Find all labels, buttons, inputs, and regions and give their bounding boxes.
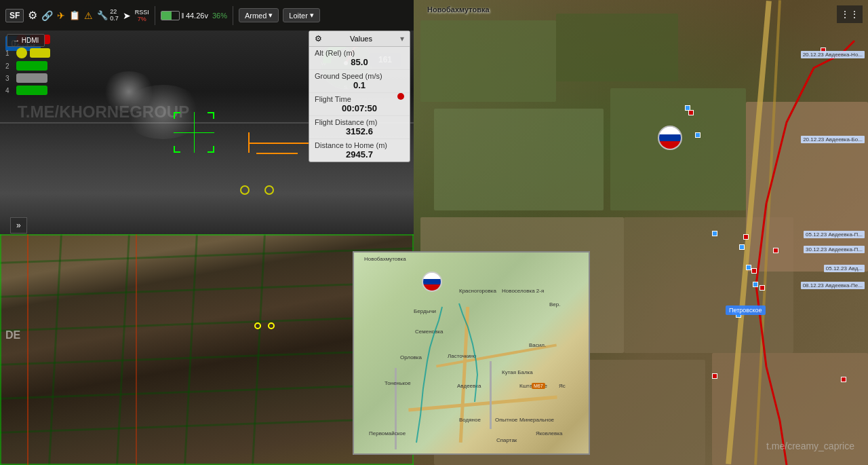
field-line-v3 bbox=[184, 234, 198, 465]
map-label-mineralnoe: Минеральное bbox=[519, 417, 554, 423]
field-4 bbox=[610, 88, 746, 210]
armed-chevron: ▾ bbox=[269, 11, 273, 20]
red-marker-2 bbox=[688, 110, 694, 115]
red-marker-8 bbox=[841, 377, 846, 382]
ind-num-3: 3 bbox=[5, 75, 14, 82]
crosshair-tr bbox=[208, 112, 214, 119]
connect-icon-area[interactable]: 🔗 bbox=[41, 10, 53, 21]
armed-button[interactable]: Armed ▾ bbox=[239, 8, 279, 22]
red-marker-5 bbox=[751, 268, 757, 274]
loiter-chevron: ▾ bbox=[310, 11, 314, 20]
ind-num-1: 1 bbox=[5, 50, 14, 57]
values-row-4: Distance to Home (m) 2945.7 bbox=[309, 139, 410, 162]
checklist-icon-area[interactable]: 📋 bbox=[69, 10, 80, 20]
target-line-h1 bbox=[248, 143, 311, 144]
wrench-value: 220.7 bbox=[110, 9, 119, 22]
sf-label[interactable]: SF bbox=[5, 9, 24, 22]
mini-road-gray2 bbox=[490, 361, 492, 429]
blue-marker-6 bbox=[753, 282, 758, 287]
map-label-ver: Вер. bbox=[549, 301, 560, 308]
red-marker-3 bbox=[743, 234, 749, 240]
alt-label: Alt (Rel) (m) bbox=[315, 49, 355, 57]
warning-icon: ⚠ bbox=[84, 10, 93, 21]
direction-icon-area: ➤ bbox=[123, 10, 131, 21]
map-label-kutaya: Кутая Балка bbox=[502, 369, 533, 375]
armed-label: Armed bbox=[245, 12, 267, 20]
map-label-lastochkino: Ласточкино bbox=[448, 353, 477, 359]
field-line-1 bbox=[0, 247, 414, 263]
top-bar: SF ⚙ 🔗 ✈ 📋 ⚠ 🔧 220.7 ➤ RSSI 7% bbox=[0, 0, 414, 31]
field-3 bbox=[434, 109, 604, 210]
ind-bar-1 bbox=[30, 48, 50, 58]
crosshair-container bbox=[174, 112, 214, 153]
values-close-icon[interactable]: ▾ bbox=[400, 34, 404, 43]
blue-marker-3 bbox=[712, 231, 717, 236]
target-line-h2 bbox=[256, 153, 298, 154]
send-icon: ✈ bbox=[57, 10, 65, 21]
rssi-area: RSSI 7% bbox=[135, 9, 149, 22]
map-label-berdychi: Бердычи bbox=[414, 308, 436, 314]
city-label-novobakhmutovka: Новобахмутовка bbox=[427, 5, 490, 14]
hdmi-button[interactable]: → HDMI bbox=[7, 34, 45, 47]
connect-icon[interactable]: 🔗 bbox=[41, 10, 53, 21]
ind-num-4: 4 bbox=[5, 87, 14, 94]
values-row-1: Ground Speed (m/s) 0.1 bbox=[309, 70, 410, 93]
rssi-label: RSSI bbox=[135, 9, 149, 16]
values-settings-icon[interactable]: ⚙ bbox=[315, 34, 322, 43]
map-label-avdeevka: Авдеевка bbox=[457, 383, 481, 389]
gear-icon-area[interactable]: ⚙ bbox=[28, 9, 37, 22]
mini-russia-flag bbox=[422, 272, 442, 292]
field-line-6 bbox=[0, 417, 414, 433]
expand-button[interactable]: » bbox=[10, 217, 27, 234]
mini-map: Новобахмутовка Красногоровка Новоселовка… bbox=[353, 251, 590, 455]
battery-area: 44.26v bbox=[161, 11, 208, 20]
target-circle-1 bbox=[240, 185, 250, 195]
direction-icon: ➤ bbox=[123, 10, 131, 21]
grid-button[interactable]: ⋮⋮ bbox=[837, 5, 863, 23]
map-label-vodyanoe: Водяное bbox=[459, 417, 481, 423]
flightdist-value: 3152.6 bbox=[315, 126, 404, 136]
map-label-pervomayskoe: Первомайское bbox=[369, 430, 406, 436]
field-line-5 bbox=[0, 383, 414, 399]
aerial-image: DE bbox=[0, 234, 414, 465]
values-row-2: Flight Time 00:07:50 bbox=[309, 93, 410, 116]
map-label-krasnogorovka: Красногоровка bbox=[459, 288, 496, 294]
de-overlay: DE bbox=[5, 329, 20, 341]
alt-value: 85.0 bbox=[315, 57, 404, 67]
camera-watermark: T.ME/KHORNEGROUP bbox=[18, 103, 189, 122]
mini-map-background: Новобахмутовка Красногоровка Новоселовка… bbox=[354, 253, 589, 453]
target-line-v1 bbox=[248, 132, 250, 153]
loiter-button[interactable]: Loiter ▾ bbox=[283, 8, 320, 22]
timeline-label-5: 05.12.23 Авд... bbox=[824, 265, 865, 272]
send-icon-area[interactable]: ✈ bbox=[57, 10, 65, 21]
timeline-label-3: 05.12.23 Авдеевка-П... bbox=[804, 231, 865, 238]
sf-button-area[interactable]: SF bbox=[5, 9, 24, 22]
divider-2 bbox=[233, 6, 233, 25]
red-line-2 bbox=[136, 234, 137, 465]
petrovskoe-label: Петровское bbox=[726, 305, 766, 315]
timeline-label-6: 08.12.23 Авдеевка-Пе... bbox=[801, 282, 865, 289]
yellow-dot-2 bbox=[268, 322, 275, 329]
blue-marker-2 bbox=[695, 132, 701, 138]
field-line-2 bbox=[0, 281, 414, 297]
ind-bar-4 bbox=[16, 86, 47, 95]
flighttime-label: Flight Time bbox=[315, 95, 351, 103]
wrench-icon: 🔧 bbox=[97, 10, 108, 20]
gear-icon[interactable]: ⚙ bbox=[28, 9, 37, 22]
red-marker-7 bbox=[712, 373, 717, 379]
map-label-semenovka: Семеновка bbox=[415, 329, 443, 335]
loiter-label: Loiter bbox=[289, 12, 308, 20]
flightdist-label: Flight Distance (m) bbox=[315, 118, 377, 126]
yellow-dot-1 bbox=[254, 322, 261, 329]
field-1 bbox=[420, 20, 556, 102]
crosshair-br bbox=[208, 146, 214, 153]
field-line-4 bbox=[0, 349, 414, 365]
mini-flag-white bbox=[423, 273, 441, 279]
mini-flag-blue bbox=[423, 279, 441, 285]
divider-1 bbox=[155, 6, 155, 25]
blue-marker-4 bbox=[739, 244, 745, 250]
timeline-label-2: 20.12.23 Авдеевка-Бо... bbox=[801, 136, 865, 143]
wrench-icon-area[interactable]: 🔧 220.7 bbox=[97, 9, 119, 22]
field-2 bbox=[556, 14, 678, 81]
values-row-0: Alt (Rel) (m) 85.0 bbox=[309, 47, 410, 70]
